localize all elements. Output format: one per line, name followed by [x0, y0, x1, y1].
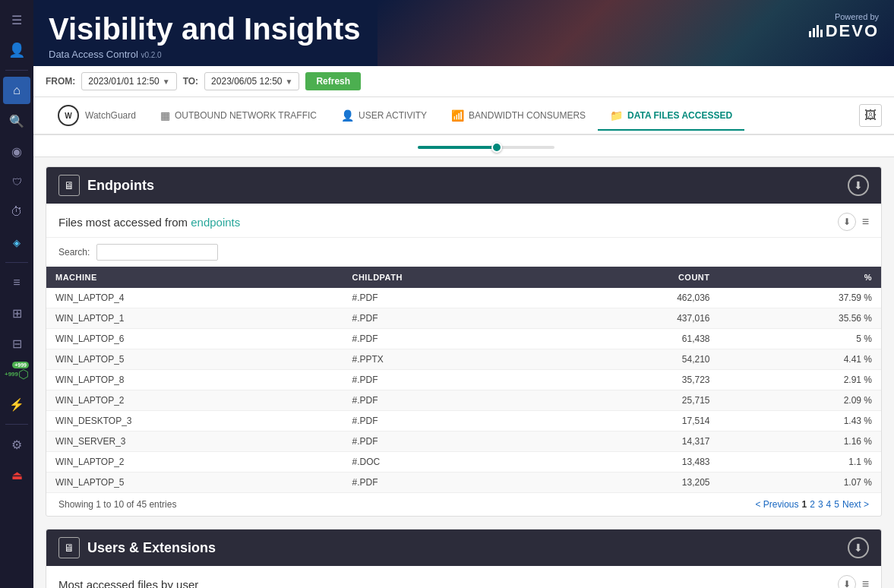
slider-thumb[interactable] — [491, 142, 502, 153]
endpoints-table-head: MACHINE CHILDPATH COUNT % — [46, 267, 881, 288]
sidebar-item-globe[interactable]: ◉ — [3, 138, 30, 165]
sidebar-item-lightning[interactable]: ⚡ — [3, 390, 30, 418]
tab-outbound[interactable]: ▦ OUTBOUND NETWORK TRAFFIC — [148, 102, 329, 131]
tab-bandwidth[interactable]: 📶 BANDWIDTH CONSUMERS — [439, 102, 598, 131]
sidebar-divider-2 — [5, 262, 28, 263]
table-row: WIN_LAPTOP_2 #.PDF 25,715 2.09 % — [46, 390, 881, 411]
endpoints-sub-header: Files most accessed from endpoints ⬇ ≡ — [46, 204, 881, 238]
cell-machine: WIN_SERVER_3 — [46, 432, 343, 452]
users-title: Users & Extensions — [87, 540, 216, 556]
table-row: WIN_LAPTOP_5 #.PDF 13,205 1.07 % — [46, 473, 881, 493]
endpoints-download-button[interactable]: ⬇ — [848, 175, 869, 196]
refresh-button[interactable]: Refresh — [305, 72, 361, 90]
prev-page-link[interactable]: < Previous — [756, 499, 799, 510]
sidebar: ☰ 👤 ⌂ 🔍 ◉ 🛡 ⏱ ◈ ≡ ⊞ ⊟ +999 ⬡ +999 ⚡ ⚙ ⏏ — [0, 0, 33, 588]
sidebar-item-list[interactable]: ≡ — [3, 269, 30, 296]
endpoints-sub-actions: ⬇ ≡ — [838, 213, 869, 231]
sidebar-item-grid2[interactable]: ⊟ — [3, 330, 30, 357]
users-sub-download-button[interactable]: ⬇ — [838, 575, 856, 588]
to-date-arrow-icon: ▼ — [286, 77, 293, 86]
outbound-icon: ▦ — [160, 109, 170, 122]
page-5-link[interactable]: 5 — [834, 499, 839, 510]
sidebar-divider-3 — [5, 424, 28, 425]
sidebar-item-search[interactable]: 🔍 — [3, 107, 30, 134]
endpoints-sub-download-button[interactable]: ⬇ — [838, 213, 856, 231]
cell-count: 17,514 — [558, 411, 719, 432]
cell-machine: WIN_LAPTOP_6 — [46, 329, 343, 349]
sidebar-item-avatar[interactable]: 👤 — [3, 36, 30, 64]
cell-machine: WIN_LAPTOP_1 — [46, 308, 343, 329]
endpoints-icon: 🖥 — [58, 175, 80, 196]
powered-by-text: Powered by — [809, 12, 879, 21]
page-4-link[interactable]: 4 — [826, 499, 832, 510]
endpoints-pagination: Showing 1 to 10 of 45 entries < Previous… — [46, 493, 881, 516]
endpoints-title-row: 🖥 Endpoints — [58, 175, 154, 196]
cell-machine: WIN_LAPTOP_5 — [46, 473, 343, 493]
page-2-link[interactable]: 2 — [810, 499, 815, 510]
screenshot-button[interactable]: 🖼 — [859, 104, 882, 127]
cell-childpath: #.PDF — [343, 308, 558, 329]
sidebar-item-shield[interactable]: 🛡 — [3, 168, 30, 195]
table-row: WIN_LAPTOP_4 #.PDF 462,036 37.59 % — [46, 288, 881, 308]
table-row: WIN_LAPTOP_8 #.PDF 35,723 2.91 % — [46, 370, 881, 390]
sidebar-item-grid[interactable]: ⊞ — [3, 299, 30, 327]
col-machine: MACHINE — [46, 267, 343, 288]
next-page-link[interactable]: Next > — [842, 499, 869, 510]
cell-childpath: #.PPTX — [343, 349, 558, 370]
sidebar-divider-1 — [5, 70, 28, 71]
endpoints-table-header-row: MACHINE CHILDPATH COUNT % — [46, 267, 881, 288]
tab-watchguard[interactable]: W WatchGuard — [46, 97, 148, 135]
tab-progress-slider — [418, 146, 554, 149]
sidebar-item-logout[interactable]: ⏏ — [3, 461, 30, 488]
header: Visibility and Insights Data Access Cont… — [33, 0, 894, 66]
to-date-picker[interactable]: 2023/06/05 12:50 ▼ — [204, 72, 299, 90]
sidebar-item-menu[interactable]: ☰ — [3, 6, 30, 33]
sidebar-item-settings[interactable]: ⚙ — [3, 431, 30, 458]
cell-machine: WIN_DESKTOP_3 — [46, 411, 343, 432]
cell-machine: WIN_LAPTOP_2 — [46, 452, 343, 473]
content-area: 🖥 Endpoints ⬇ Files most accessed from e… — [33, 157, 894, 588]
cell-count: 13,205 — [558, 473, 719, 493]
slider-track — [418, 146, 554, 149]
page-1-link[interactable]: 1 — [802, 499, 807, 510]
endpoints-title: Endpoints — [87, 178, 154, 194]
users-section-header: 🖥 Users & Extensions ⬇ — [46, 530, 881, 566]
users-download-button[interactable]: ⬇ — [848, 537, 869, 558]
sidebar-item-clock[interactable]: ⏱ — [3, 198, 30, 226]
slider-fill — [418, 146, 500, 149]
cell-count: 25,715 — [558, 390, 719, 411]
cell-percent: 5 % — [719, 329, 881, 349]
cell-childpath: #.PDF — [343, 370, 558, 390]
cell-childpath: #.PDF — [343, 411, 558, 432]
endpoints-subtitle: Files most accessed from endpoints — [58, 216, 240, 229]
page-3-link[interactable]: 3 — [818, 499, 823, 510]
tab-user-activity[interactable]: 👤 USER ACTIVITY — [329, 102, 439, 131]
sidebar-item-active[interactable]: ◈ — [3, 229, 30, 256]
cell-percent: 2.91 % — [719, 370, 881, 390]
from-date-picker[interactable]: 2023/01/01 12:50 ▼ — [81, 72, 176, 90]
pagination-info: Showing 1 to 10 of 45 entries — [58, 499, 176, 510]
endpoints-menu-button[interactable]: ≡ — [862, 215, 869, 229]
header-subtitle: Data Access Control v0.2.0 — [49, 49, 879, 60]
col-count: COUNT — [558, 267, 719, 288]
users-menu-button[interactable]: ≡ — [862, 577, 869, 588]
table-row: WIN_LAPTOP_5 #.PPTX 54,210 4.41 % — [46, 349, 881, 370]
from-label: FROM: — [46, 76, 75, 87]
cell-count: 54,210 — [558, 349, 719, 370]
endpoints-search-input[interactable] — [96, 244, 218, 261]
slider-row — [33, 135, 894, 157]
cell-count: 13,483 — [558, 452, 719, 473]
sidebar-item-badge[interactable]: +999 ⬡ +999 — [3, 360, 30, 387]
notification-badge: +999 — [12, 362, 29, 368]
users-sub-actions: ⬇ ≡ — [838, 575, 869, 588]
user-activity-icon: 👤 — [341, 109, 354, 122]
sidebar-item-home[interactable]: ⌂ — [3, 77, 30, 104]
col-percent: % — [719, 267, 881, 288]
tab-data-files[interactable]: 📁 DATA FILES ACCESSED — [598, 102, 744, 131]
plus-icon: ⬡ — [18, 367, 29, 381]
tab-bar: W WatchGuard ▦ OUTBOUND NETWORK TRAFFIC … — [33, 97, 894, 135]
page-title: Visibility and Insights — [49, 12, 879, 46]
table-row: WIN_LAPTOP_1 #.PDF 437,016 35.56 % — [46, 308, 881, 329]
tab-bandwidth-label: BANDWIDTH CONSUMERS — [469, 110, 586, 121]
from-date-arrow-icon: ▼ — [163, 77, 170, 86]
